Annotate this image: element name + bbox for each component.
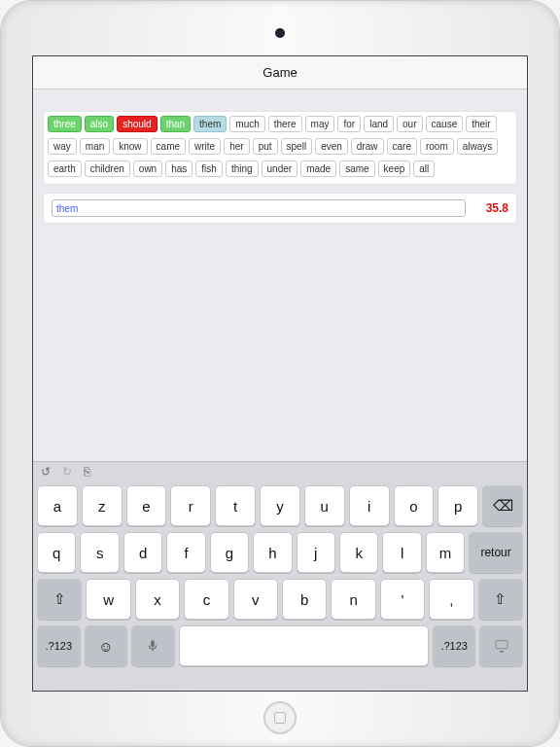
word-chip: her xyxy=(224,138,249,155)
key-'[interactable]: ' xyxy=(380,579,425,620)
backspace-key[interactable]: ⌫ xyxy=(482,485,523,526)
word-chip: spell xyxy=(281,138,313,155)
score-display: 35.8 xyxy=(473,201,508,215)
shift-key-right[interactable]: ⇧ xyxy=(478,579,523,620)
key-a[interactable]: a xyxy=(37,485,78,526)
key-p[interactable]: p xyxy=(438,485,478,526)
word-chip: even xyxy=(315,138,348,155)
key-f[interactable]: f xyxy=(166,532,205,573)
word-chip: put xyxy=(253,138,278,155)
word-chip: thing xyxy=(226,160,259,177)
key-b[interactable]: b xyxy=(282,579,327,620)
keyboard-dismiss-key[interactable] xyxy=(479,625,523,666)
key-d[interactable]: d xyxy=(123,532,162,573)
word-chip: should xyxy=(117,116,157,132)
redo-icon[interactable]: ↻ xyxy=(62,465,72,479)
numkey-right[interactable]: .?123 xyxy=(433,625,476,666)
word-row: threealsoshouldthanthemmuchtheremayforla… xyxy=(48,116,512,180)
key-z[interactable]: z xyxy=(82,485,122,526)
typing-input[interactable] xyxy=(52,199,466,217)
return-key[interactable]: retour xyxy=(469,532,523,573)
word-chip: our xyxy=(397,116,422,132)
key-x[interactable]: x xyxy=(135,579,180,620)
word-chip: man xyxy=(80,138,110,155)
word-chip: them xyxy=(193,116,227,132)
key-r[interactable]: r xyxy=(170,485,211,526)
key-o[interactable]: o xyxy=(394,485,435,526)
shift-key-left[interactable]: ⇧ xyxy=(37,579,82,620)
key-g[interactable]: g xyxy=(210,532,249,573)
word-chip: under xyxy=(262,160,298,177)
word-chip: for xyxy=(337,116,361,132)
word-chip: there xyxy=(268,116,302,132)
word-chip: land xyxy=(364,116,394,132)
key-,[interactable]: , xyxy=(429,579,473,620)
word-chip: their xyxy=(466,116,496,132)
word-chip: keep xyxy=(378,160,411,177)
key-q[interactable]: q xyxy=(37,532,76,573)
word-chip: made xyxy=(300,160,336,177)
screen: Game threealsoshouldthanthemmuchtheremay… xyxy=(32,55,528,692)
key-h[interactable]: h xyxy=(253,532,292,573)
home-button[interactable] xyxy=(263,701,297,734)
space-key[interactable] xyxy=(179,625,429,666)
key-m[interactable]: m xyxy=(426,532,465,573)
word-chip: also xyxy=(85,116,114,132)
word-chip: draw xyxy=(351,138,384,155)
key-i[interactable]: i xyxy=(349,485,390,526)
svg-rect-0 xyxy=(496,641,508,649)
key-s[interactable]: s xyxy=(80,532,119,573)
word-chip: own xyxy=(133,160,162,177)
word-chip: three xyxy=(48,116,82,132)
word-chip: children xyxy=(85,160,130,177)
word-chip: has xyxy=(165,160,192,177)
key-n[interactable]: n xyxy=(331,579,375,620)
clipboard-icon[interactable]: ⎘ xyxy=(84,465,90,479)
page-title: Game xyxy=(262,65,297,80)
key-v[interactable]: v xyxy=(233,579,278,620)
word-chip: fish xyxy=(195,160,223,177)
input-panel: 35.8 xyxy=(43,193,517,224)
word-panel: threealsoshouldthanthemmuchtheremayforla… xyxy=(43,111,517,185)
word-chip: much xyxy=(229,116,264,132)
word-chip: room xyxy=(420,138,454,155)
word-chip: always xyxy=(457,138,499,155)
word-chip: know xyxy=(113,138,147,155)
word-chip: all xyxy=(413,160,435,177)
word-chip: cause xyxy=(426,116,464,132)
nav-bar: Game xyxy=(33,56,527,89)
word-chip: than xyxy=(160,116,191,132)
key-l[interactable]: l xyxy=(382,532,421,573)
key-w[interactable]: w xyxy=(86,579,130,620)
key-e[interactable]: e xyxy=(126,485,167,526)
numkey-left[interactable]: .?123 xyxy=(37,625,81,666)
word-chip: came xyxy=(151,138,186,155)
word-chip: same xyxy=(339,160,374,177)
word-chip: care xyxy=(387,138,417,155)
keyboard-toolbar: ↺ ↻ ⎘ xyxy=(33,461,527,480)
emoji-key[interactable]: ☺ xyxy=(85,625,128,666)
word-chip: write xyxy=(189,138,221,155)
mic-key[interactable] xyxy=(131,625,175,666)
content-area: threealsoshouldthanthemmuchtheremayforla… xyxy=(33,89,527,461)
word-chip: may xyxy=(305,116,335,132)
key-y[interactable]: y xyxy=(260,485,300,526)
key-u[interactable]: u xyxy=(304,485,345,526)
word-chip: way xyxy=(48,138,77,155)
key-j[interactable]: j xyxy=(297,532,335,573)
key-c[interactable]: c xyxy=(184,579,228,620)
keyboard: azertyuiop⌫ qsdfghjklmretour ⇧wxcvbn',⇧ … xyxy=(33,480,527,691)
word-chip: earth xyxy=(48,160,82,177)
key-t[interactable]: t xyxy=(215,485,256,526)
ipad-frame: Game threealsoshouldthanthemmuchtheremay… xyxy=(0,0,560,747)
key-k[interactable]: k xyxy=(339,532,378,573)
device-camera xyxy=(275,28,285,38)
undo-icon[interactable]: ↺ xyxy=(41,465,51,479)
